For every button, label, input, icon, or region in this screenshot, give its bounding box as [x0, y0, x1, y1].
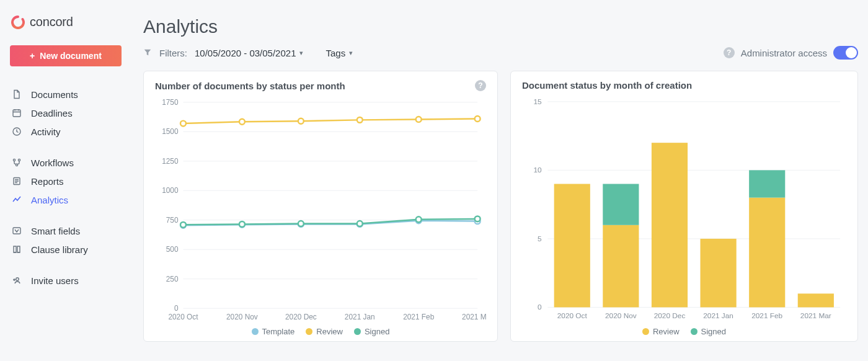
- sidebar-item-deadlines[interactable]: Deadlines: [10, 104, 123, 122]
- svg-text:2020 Nov: 2020 Nov: [605, 311, 637, 320]
- legend-swatch: [691, 328, 698, 335]
- caret-down-icon: ▾: [349, 49, 353, 57]
- sidebar-item-label: Smart fields: [31, 226, 80, 236]
- reports-icon: [11, 176, 22, 186]
- library-icon: [11, 244, 22, 254]
- brand-name: concord: [30, 15, 73, 29]
- svg-rect-66: [749, 170, 785, 197]
- admin-access-label: Administrator access: [741, 48, 827, 58]
- legend-label: Signed: [701, 327, 726, 336]
- svg-text:0: 0: [174, 304, 179, 313]
- svg-text:2021 Jan: 2021 Jan: [703, 311, 733, 320]
- filters-bar: Filters: 10/05/2020 - 03/05/2021 ▾ Tags …: [143, 46, 858, 60]
- svg-point-43: [239, 221, 245, 227]
- sidebar-item-invite-users[interactable]: Invite users: [10, 271, 123, 290]
- tags-filter[interactable]: Tags ▾: [326, 48, 353, 58]
- calendar-icon: [11, 108, 22, 118]
- svg-text:1750: 1750: [162, 98, 179, 107]
- svg-text:2021 Mar: 2021 Mar: [462, 313, 486, 321]
- panel-title: Number of documents by status per month: [155, 81, 345, 91]
- legend-swatch: [354, 328, 361, 335]
- main-content: Analytics Filters: 10/05/2020 - 03/05/20…: [133, 0, 868, 361]
- svg-text:0: 0: [538, 303, 542, 311]
- svg-point-39: [357, 117, 363, 123]
- legend-item: Review: [642, 327, 680, 336]
- document-icon: [11, 89, 22, 99]
- sidebar-item-analytics[interactable]: Analytics: [10, 190, 123, 209]
- filters-label: Filters:: [159, 48, 187, 58]
- svg-rect-59: [603, 184, 639, 225]
- page-title: Analytics: [143, 16, 858, 37]
- clock-icon: [11, 127, 22, 136]
- sidebar-item-label: Clause library: [31, 244, 88, 255]
- plus-icon: +: [30, 51, 35, 61]
- svg-point-46: [416, 216, 422, 222]
- svg-point-40: [416, 117, 422, 122]
- sidebar-item-label: Analytics: [31, 195, 68, 205]
- sidebar-item-label: Workflows: [31, 158, 74, 168]
- svg-rect-0: [13, 110, 20, 117]
- svg-text:2021 Mar: 2021 Mar: [800, 311, 831, 320]
- svg-text:1500: 1500: [162, 127, 179, 136]
- legend-label: Template: [262, 327, 295, 336]
- svg-text:2020 Oct: 2020 Oct: [168, 313, 198, 321]
- sidebar: concord + New document Documents Deadlin…: [0, 0, 133, 361]
- svg-text:750: 750: [166, 216, 179, 225]
- sidebar-item-label: Reports: [31, 176, 64, 187]
- svg-text:2021 Feb: 2021 Feb: [751, 311, 782, 320]
- svg-point-37: [239, 119, 245, 125]
- brand-logo: concord: [11, 15, 123, 29]
- sidebar-item-label: Documents: [31, 89, 78, 100]
- sidebar-item-documents[interactable]: Documents: [10, 85, 123, 104]
- svg-text:2021 Feb: 2021 Feb: [403, 313, 435, 321]
- svg-rect-65: [749, 198, 785, 308]
- legend-item: Signed: [691, 327, 726, 336]
- legend-item: Review: [306, 327, 343, 336]
- svg-text:500: 500: [166, 245, 179, 254]
- date-range-value: 10/05/2020 - 03/05/2021: [195, 48, 296, 58]
- sidebar-item-label: Invite users: [31, 275, 79, 286]
- svg-text:2020 Nov: 2020 Nov: [226, 313, 258, 321]
- svg-point-42: [180, 222, 186, 228]
- svg-point-2: [13, 159, 15, 161]
- sidebar-item-label: Activity: [31, 127, 61, 137]
- invite-user-icon: [11, 275, 22, 285]
- svg-text:1250: 1250: [162, 157, 179, 166]
- brand-mark-icon: [11, 16, 25, 29]
- svg-text:2020 Oct: 2020 Oct: [557, 311, 588, 320]
- svg-text:250: 250: [166, 275, 179, 283]
- sidebar-item-clause-library[interactable]: Clause library: [10, 240, 123, 259]
- filter-icon: [143, 48, 152, 58]
- svg-point-47: [475, 216, 480, 221]
- svg-rect-68: [798, 293, 834, 307]
- sidebar-item-reports[interactable]: Reports: [10, 172, 123, 190]
- sidebar-item-activity[interactable]: Activity: [10, 122, 123, 141]
- svg-rect-63: [701, 239, 737, 308]
- svg-point-45: [357, 221, 363, 226]
- panel-documents-by-status: Number of documents by status per month …: [143, 71, 498, 342]
- bar-chart: 0510152020 Oct2020 Nov2020 Dec2021 Jan20…: [522, 96, 846, 323]
- sidebar-item-smart-fields[interactable]: Smart fields: [10, 221, 123, 240]
- svg-point-36: [180, 121, 186, 127]
- help-icon[interactable]: ?: [724, 47, 735, 58]
- line-chart: 025050075010001250150017502020 Oct2020 N…: [155, 96, 486, 323]
- legend-label: Review: [653, 327, 680, 336]
- date-range-filter[interactable]: 10/05/2020 - 03/05/2021 ▾: [195, 48, 303, 58]
- new-document-button[interactable]: + New document: [10, 45, 122, 66]
- svg-point-7: [16, 278, 19, 281]
- svg-rect-56: [554, 184, 590, 307]
- new-document-label: New document: [40, 51, 102, 61]
- svg-text:15: 15: [533, 97, 542, 106]
- legend-item: Signed: [354, 327, 389, 336]
- help-icon[interactable]: ?: [475, 80, 486, 91]
- svg-text:5: 5: [538, 234, 542, 243]
- chart-legend: TemplateReviewSigned: [155, 327, 486, 336]
- admin-access-toggle[interactable]: [833, 46, 858, 60]
- legend-label: Review: [316, 327, 343, 336]
- legend-swatch: [252, 328, 259, 335]
- sidebar-item-workflows[interactable]: Workflows: [10, 153, 123, 172]
- svg-text:1000: 1000: [162, 186, 179, 195]
- caret-down-icon: ▾: [299, 49, 303, 57]
- sidebar-item-label: Deadlines: [31, 108, 73, 118]
- panel-status-by-month: Document status by month of creation 051…: [510, 71, 858, 342]
